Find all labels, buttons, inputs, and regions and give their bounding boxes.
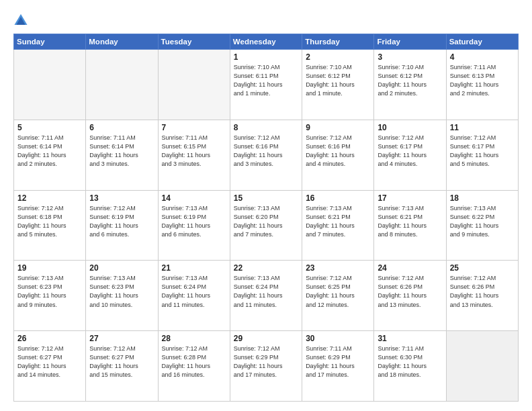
day-info: Sunrise: 7:12 AM Sunset: 6:27 PM Dayligh… xyxy=(17,345,82,379)
table-row: 19Sunrise: 7:13 AM Sunset: 6:23 PM Dayli… xyxy=(14,261,86,331)
day-number: 28 xyxy=(162,334,226,343)
day-number: 15 xyxy=(234,193,298,203)
table-row: 16Sunrise: 7:13 AM Sunset: 6:21 PM Dayli… xyxy=(302,190,374,261)
day-number: 13 xyxy=(89,193,154,203)
table-row: 7Sunrise: 7:11 AM Sunset: 6:15 PM Daylig… xyxy=(158,120,230,190)
day-number: 7 xyxy=(162,123,226,132)
table-row: 29Sunrise: 7:12 AM Sunset: 6:29 PM Dayli… xyxy=(230,331,302,402)
table-row: 23Sunrise: 7:12 AM Sunset: 6:25 PM Dayli… xyxy=(302,261,374,331)
day-info: Sunrise: 7:11 AM Sunset: 6:14 PM Dayligh… xyxy=(89,134,154,169)
col-tuesday: Tuesday xyxy=(158,34,230,50)
table-row xyxy=(158,50,230,120)
logo xyxy=(13,12,31,27)
day-info: Sunrise: 7:11 AM Sunset: 6:29 PM Dayligh… xyxy=(306,345,370,379)
day-info: Sunrise: 7:13 AM Sunset: 6:24 PM Dayligh… xyxy=(162,274,226,309)
day-number: 24 xyxy=(378,263,442,273)
day-number: 12 xyxy=(17,193,82,203)
day-number: 9 xyxy=(306,123,370,132)
day-info: Sunrise: 7:13 AM Sunset: 6:21 PM Dayligh… xyxy=(378,204,442,239)
day-number: 27 xyxy=(89,334,154,343)
day-info: Sunrise: 7:12 AM Sunset: 6:27 PM Dayligh… xyxy=(89,345,154,379)
table-row: 31Sunrise: 7:11 AM Sunset: 6:30 PM Dayli… xyxy=(374,331,446,402)
day-number: 5 xyxy=(17,123,82,132)
day-number: 10 xyxy=(378,123,442,132)
day-number: 23 xyxy=(306,263,370,273)
day-number: 26 xyxy=(17,334,82,343)
day-info: Sunrise: 7:12 AM Sunset: 6:18 PM Dayligh… xyxy=(17,204,82,239)
day-info: Sunrise: 7:13 AM Sunset: 6:22 PM Dayligh… xyxy=(450,204,515,239)
table-row xyxy=(446,331,518,402)
day-info: Sunrise: 7:10 AM Sunset: 6:11 PM Dayligh… xyxy=(234,63,298,98)
day-info: Sunrise: 7:12 AM Sunset: 6:26 PM Dayligh… xyxy=(450,274,515,309)
table-row: 26Sunrise: 7:12 AM Sunset: 6:27 PM Dayli… xyxy=(14,331,86,402)
day-info: Sunrise: 7:13 AM Sunset: 6:24 PM Dayligh… xyxy=(234,274,298,309)
day-info: Sunrise: 7:13 AM Sunset: 6:19 PM Dayligh… xyxy=(162,204,226,239)
table-row: 13Sunrise: 7:12 AM Sunset: 6:19 PM Dayli… xyxy=(86,190,158,261)
calendar-table: Sunday Monday Tuesday Wednesday Thursday… xyxy=(13,34,519,402)
col-thursday: Thursday xyxy=(302,34,374,50)
day-info: Sunrise: 7:11 AM Sunset: 6:13 PM Dayligh… xyxy=(450,63,515,98)
day-info: Sunrise: 7:11 AM Sunset: 6:15 PM Dayligh… xyxy=(162,134,226,169)
col-friday: Friday xyxy=(374,34,446,50)
table-row: 14Sunrise: 7:13 AM Sunset: 6:19 PM Dayli… xyxy=(158,190,230,261)
table-row: 6Sunrise: 7:11 AM Sunset: 6:14 PM Daylig… xyxy=(86,120,158,190)
day-number: 21 xyxy=(162,263,226,273)
table-row xyxy=(86,50,158,120)
table-row: 15Sunrise: 7:13 AM Sunset: 6:20 PM Dayli… xyxy=(230,190,302,261)
calendar-week-row: 26Sunrise: 7:12 AM Sunset: 6:27 PM Dayli… xyxy=(14,331,519,402)
day-number: 4 xyxy=(450,52,515,62)
day-info: Sunrise: 7:10 AM Sunset: 6:12 PM Dayligh… xyxy=(306,63,370,98)
day-number: 30 xyxy=(306,334,370,343)
day-info: Sunrise: 7:12 AM Sunset: 6:29 PM Dayligh… xyxy=(234,345,298,379)
table-row: 22Sunrise: 7:13 AM Sunset: 6:24 PM Dayli… xyxy=(230,261,302,331)
day-number: 8 xyxy=(234,123,298,132)
table-row: 1Sunrise: 7:10 AM Sunset: 6:11 PM Daylig… xyxy=(230,50,302,120)
day-number: 31 xyxy=(378,334,442,343)
day-info: Sunrise: 7:12 AM Sunset: 6:17 PM Dayligh… xyxy=(378,134,442,169)
table-row: 30Sunrise: 7:11 AM Sunset: 6:29 PM Dayli… xyxy=(302,331,374,402)
day-number: 16 xyxy=(306,193,370,203)
day-number: 20 xyxy=(89,263,154,273)
day-info: Sunrise: 7:13 AM Sunset: 6:23 PM Dayligh… xyxy=(89,274,154,309)
calendar-week-row: 12Sunrise: 7:12 AM Sunset: 6:18 PM Dayli… xyxy=(14,190,519,261)
table-row: 12Sunrise: 7:12 AM Sunset: 6:18 PM Dayli… xyxy=(14,190,86,261)
day-info: Sunrise: 7:11 AM Sunset: 6:30 PM Dayligh… xyxy=(378,345,442,379)
day-info: Sunrise: 7:12 AM Sunset: 6:16 PM Dayligh… xyxy=(306,134,370,169)
table-row: 3Sunrise: 7:10 AM Sunset: 6:12 PM Daylig… xyxy=(374,50,446,120)
table-row: 21Sunrise: 7:13 AM Sunset: 6:24 PM Dayli… xyxy=(158,261,230,331)
page: Sunday Monday Tuesday Wednesday Thursday… xyxy=(0,0,532,411)
calendar-header-row: Sunday Monday Tuesday Wednesday Thursday… xyxy=(14,34,519,50)
table-row: 5Sunrise: 7:11 AM Sunset: 6:14 PM Daylig… xyxy=(14,120,86,190)
day-number: 29 xyxy=(234,334,298,343)
day-number: 11 xyxy=(450,123,515,132)
col-sunday: Sunday xyxy=(14,34,86,50)
day-number: 3 xyxy=(378,52,442,62)
col-wednesday: Wednesday xyxy=(230,34,302,50)
table-row: 27Sunrise: 7:12 AM Sunset: 6:27 PM Dayli… xyxy=(86,331,158,402)
header xyxy=(13,12,519,27)
table-row: 11Sunrise: 7:12 AM Sunset: 6:17 PM Dayli… xyxy=(446,120,518,190)
day-info: Sunrise: 7:13 AM Sunset: 6:23 PM Dayligh… xyxy=(17,274,82,309)
day-info: Sunrise: 7:10 AM Sunset: 6:12 PM Dayligh… xyxy=(378,63,442,98)
day-info: Sunrise: 7:12 AM Sunset: 6:16 PM Dayligh… xyxy=(234,134,298,169)
calendar-week-row: 5Sunrise: 7:11 AM Sunset: 6:14 PM Daylig… xyxy=(14,120,519,190)
calendar-week-row: 19Sunrise: 7:13 AM Sunset: 6:23 PM Dayli… xyxy=(14,261,519,331)
table-row: 8Sunrise: 7:12 AM Sunset: 6:16 PM Daylig… xyxy=(230,120,302,190)
day-number: 6 xyxy=(89,123,154,132)
day-info: Sunrise: 7:11 AM Sunset: 6:14 PM Dayligh… xyxy=(17,134,82,169)
table-row: 10Sunrise: 7:12 AM Sunset: 6:17 PM Dayli… xyxy=(374,120,446,190)
day-number: 2 xyxy=(306,52,370,62)
day-info: Sunrise: 7:12 AM Sunset: 6:26 PM Dayligh… xyxy=(378,274,442,309)
col-monday: Monday xyxy=(86,34,158,50)
day-number: 14 xyxy=(162,193,226,203)
table-row: 4Sunrise: 7:11 AM Sunset: 6:13 PM Daylig… xyxy=(446,50,518,120)
col-saturday: Saturday xyxy=(446,34,518,50)
table-row: 25Sunrise: 7:12 AM Sunset: 6:26 PM Dayli… xyxy=(446,261,518,331)
day-info: Sunrise: 7:13 AM Sunset: 6:20 PM Dayligh… xyxy=(234,204,298,239)
day-info: Sunrise: 7:12 AM Sunset: 6:19 PM Dayligh… xyxy=(89,204,154,239)
day-number: 25 xyxy=(450,263,515,273)
calendar-week-row: 1Sunrise: 7:10 AM Sunset: 6:11 PM Daylig… xyxy=(14,50,519,120)
day-number: 17 xyxy=(378,193,442,203)
table-row: 28Sunrise: 7:12 AM Sunset: 6:28 PM Dayli… xyxy=(158,331,230,402)
day-info: Sunrise: 7:13 AM Sunset: 6:21 PM Dayligh… xyxy=(306,204,370,239)
